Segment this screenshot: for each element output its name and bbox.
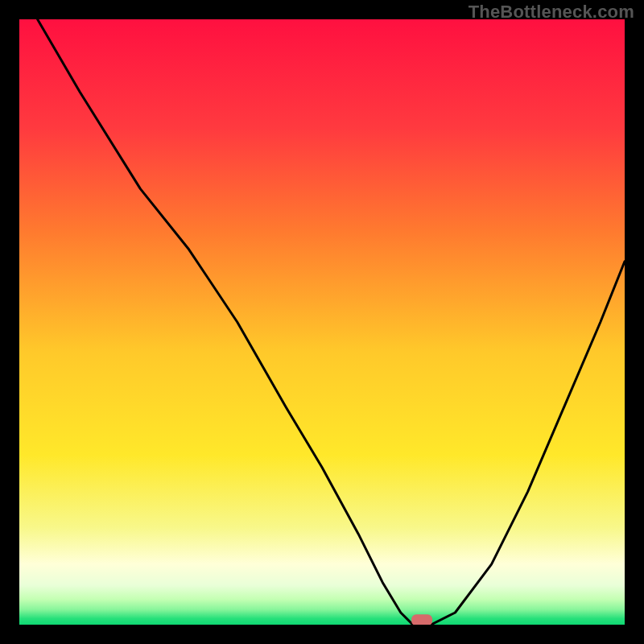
watermark-text: TheBottleneck.com [469,2,634,23]
chart-frame: TheBottleneck.com [0,0,644,644]
plot-area [19,19,625,625]
optimal-marker [411,614,432,625]
gradient-background [19,19,625,625]
chart-svg [19,19,625,625]
